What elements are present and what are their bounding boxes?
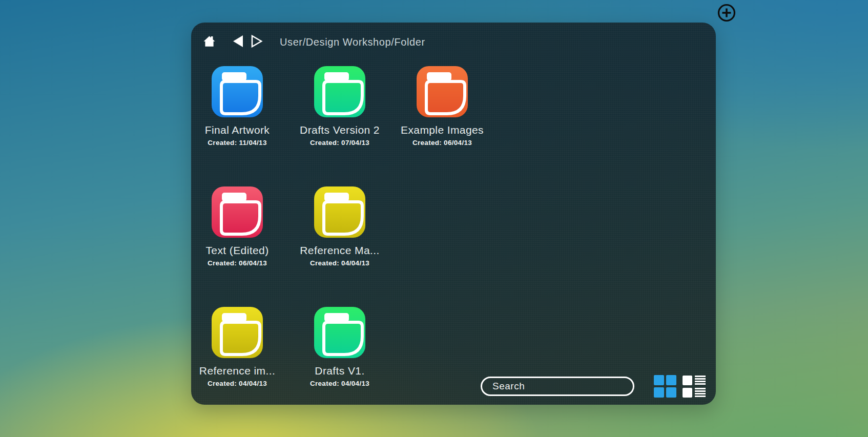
list-view-icon (683, 376, 706, 385)
folder-item[interactable]: Drafts V1. Created: 04/04/13 (304, 307, 376, 387)
list-view-button[interactable] (683, 376, 706, 398)
folder-name: Drafts Version 2 (300, 124, 380, 136)
folder-icon (212, 186, 263, 238)
folder-item[interactable]: Drafts Version 2 Created: 07/04/13 (304, 66, 376, 147)
folder-created-date: Created: 06/04/13 (208, 259, 267, 267)
folder-name: Text (Edited) (205, 244, 268, 257)
folder-created-date: Created: 06/04/13 (412, 139, 472, 147)
folder-icon (212, 66, 263, 117)
desktop-background: { "header": { "breadcrumb": "User/Design… (0, 0, 868, 437)
folder-icon (314, 186, 365, 238)
bottom-bar (481, 375, 706, 398)
folder-name: Final Artwork (205, 124, 270, 136)
folder-created-date: Created: 04/04/13 (310, 259, 369, 267)
folder-icon (314, 307, 365, 358)
breadcrumb: User/Design Workshop/Folder (280, 36, 425, 48)
home-button[interactable] (202, 34, 216, 50)
folder-icon (417, 66, 468, 117)
folder-icon (212, 307, 263, 358)
folder-grid: Final Artwork Created: 11/04/13 Drafts V… (201, 66, 716, 387)
add-button[interactable] (716, 3, 737, 23)
back-arrow-icon (232, 34, 244, 50)
folder-icon (314, 66, 365, 117)
toolbar: User/Design Workshop/Folder (202, 33, 716, 51)
grid-view-button[interactable] (654, 375, 676, 398)
home-icon (202, 34, 216, 50)
folder-item[interactable]: Reference im... Created: 04/04/13 (201, 307, 273, 387)
search-input[interactable] (481, 377, 634, 396)
grid-view-icon (654, 375, 664, 385)
back-button[interactable] (232, 34, 244, 50)
folder-row: Text (Edited) Created: 06/04/13 Referenc… (201, 186, 716, 267)
folder-row: Final Artwork Created: 11/04/13 Drafts V… (201, 66, 716, 147)
folder-name: Reference Ma... (300, 244, 379, 257)
folder-item[interactable]: Final Artwork Created: 11/04/13 (201, 66, 273, 147)
folder-created-date: Created: 04/04/13 (208, 380, 267, 387)
file-manager-window: User/Design Workshop/Folder Final Artwor… (191, 23, 716, 405)
folder-created-date: Created: 04/04/13 (310, 380, 369, 387)
folder-name: Reference im... (199, 365, 275, 377)
folder-item[interactable]: Reference Ma... Created: 04/04/13 (304, 186, 376, 267)
folder-name: Example Images (401, 124, 484, 136)
folder-created-date: Created: 07/04/13 (310, 139, 369, 147)
folder-name: Drafts V1. (315, 365, 364, 377)
forward-arrow-icon (251, 34, 263, 50)
folder-item[interactable]: Text (Edited) Created: 06/04/13 (201, 186, 273, 267)
folder-item[interactable]: Example Images Created: 06/04/13 (406, 66, 478, 147)
folder-created-date: Created: 11/04/13 (208, 139, 266, 147)
plus-circle-icon (716, 16, 737, 25)
forward-button[interactable] (251, 34, 263, 50)
